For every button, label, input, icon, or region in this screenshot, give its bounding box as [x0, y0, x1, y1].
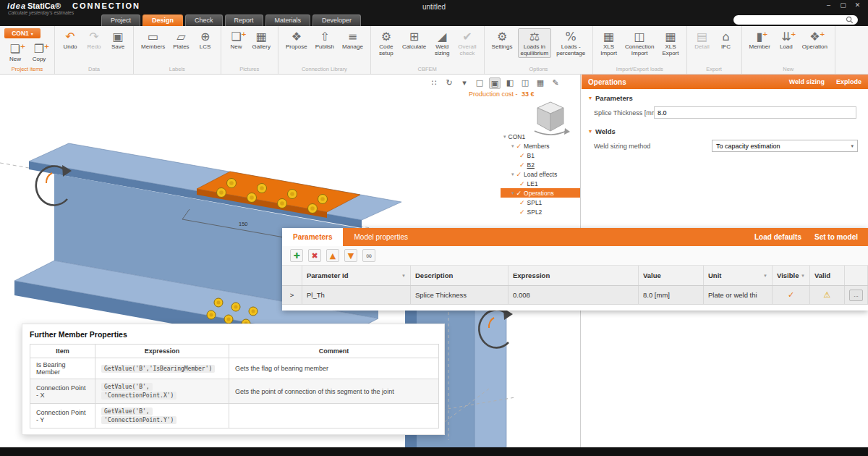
code-setup-button[interactable]: ⚙Code setup [375, 28, 397, 58]
ribbon-group-labels: ▭Members▱Plates⊕LCSLabels [134, 26, 221, 74]
move-up-icon[interactable]: ▲ [326, 249, 339, 262]
filter-icon[interactable]: ▼ [401, 274, 406, 278]
column-header-valid: Valid [810, 266, 845, 285]
members-labels-button[interactable]: ▭Members [138, 28, 168, 51]
new-member-button[interactable]: ▮+Member [746, 28, 773, 51]
settings-icon: ⚙ [497, 30, 507, 43]
redo-label: Redo [87, 43, 101, 50]
new-picture-button[interactable]: ❏+New [226, 28, 247, 51]
tree-item-le1[interactable]: ✓LE1 [501, 179, 581, 188]
redo-button[interactable]: ↷Redo [83, 28, 105, 51]
gallery-label: Gallery [252, 43, 271, 50]
tree-item-b2[interactable]: ✓B2 [501, 160, 581, 169]
settings-button[interactable]: ⚙Settings [489, 28, 516, 51]
delete-parameter-icon[interactable]: ✖ [308, 249, 321, 262]
close-button[interactable]: ✕ [853, 1, 862, 9]
viewport-toolbar: ∷↻▾□▣◧◫▦✎ [428, 77, 561, 89]
loads-percentage-button[interactable]: %Loads - percentage [553, 28, 588, 58]
con1-dropdown[interactable]: CON1▾ [4, 28, 41, 38]
view-dropdown-icon[interactable]: ▾ [459, 77, 470, 89]
gallery-button[interactable]: ▦Gallery [250, 28, 273, 51]
further-properties-table: ItemExpressionComment Is Bearing MemberG… [30, 344, 439, 428]
tree-item-spl2[interactable]: ✓SPL2 [501, 207, 581, 216]
tab-project[interactable]: Project [101, 14, 140, 26]
ifc-export-button[interactable]: ⌂IFC [715, 28, 737, 51]
add-parameter-icon[interactable]: ✚ [290, 249, 303, 262]
filter-icon[interactable]: ▼ [801, 274, 805, 278]
parameters-tab-parameters[interactable]: Parameters [282, 228, 343, 246]
maximize-button[interactable]: ▢ [838, 1, 848, 9]
further-properties-panel: Further Member Properties ItemExpression… [22, 324, 445, 435]
cell-description: Splice Thickness [411, 286, 509, 304]
tab-report[interactable]: Report [225, 14, 263, 26]
weld-sizing-method-select[interactable]: To capacity estimation▾ [712, 140, 858, 152]
operations-panel-title: Operations [588, 78, 778, 86]
set-to-model-button[interactable]: Set to model [814, 233, 858, 241]
orbit-icon[interactable]: ↻ [443, 77, 455, 89]
redo-icon: ↷ [89, 30, 98, 43]
filter-icon[interactable]: ▼ [763, 274, 767, 278]
tab-design[interactable]: Design [142, 14, 183, 26]
annotate-icon[interactable]: ✎ [550, 77, 561, 89]
lcs-labels-icon: ⊕ [200, 30, 210, 43]
tree-item-operations[interactable]: ▾✓Operations [501, 188, 581, 198]
save-button[interactable]: ▣Save [107, 28, 129, 51]
publish-button[interactable]: ⇧Publish [312, 28, 337, 51]
ribbon-group-cbfem: ⚙Code setup⊞Calculate◢Weld sizing✔Overal… [371, 26, 485, 74]
lcs-labels-button[interactable]: ⊕LCS [195, 28, 216, 51]
solid-view-icon[interactable]: ▣ [489, 77, 501, 89]
detail-export-button[interactable]: ▤Detail [692, 28, 713, 51]
explode-header-button[interactable]: Explode [836, 78, 861, 85]
minimize-button[interactable]: – [824, 1, 833, 9]
search-input[interactable] [738, 17, 846, 24]
tree-item-spl1[interactable]: ✓SPL1 [501, 198, 581, 207]
xls-import-button[interactable]: ▦XLS Import [597, 28, 620, 58]
search-box[interactable] [733, 15, 858, 25]
tree-item-load-effects[interactable]: ▾✓Load effects [501, 169, 581, 179]
parameter-row[interactable]: >Pl_ThSplice Thickness0.0088.0 [mm]Plate… [282, 286, 868, 305]
loads-in-equilibrium-button[interactable]: ⚖Loads in equilibrium [518, 28, 552, 58]
overall-check-button[interactable]: ✔Overall check [455, 28, 479, 58]
link-icon[interactable]: ∞ [362, 249, 375, 262]
new-project-item-button[interactable]: ❏+New [4, 41, 26, 64]
fit-view-icon[interactable]: ∷ [428, 77, 440, 89]
propose-label: Propose [286, 43, 307, 50]
splice-thickness-input[interactable] [654, 106, 856, 119]
undo-button[interactable]: ↶Undo [59, 28, 81, 51]
move-down-icon[interactable]: ▼ [344, 249, 357, 262]
propose-button[interactable]: ❖Propose [283, 28, 310, 51]
visible-check-icon[interactable]: ✓ [788, 290, 794, 300]
copy-picture-icon[interactable]: ▦ [535, 77, 546, 89]
tab-materials[interactable]: Materials [265, 14, 311, 26]
calculate-button[interactable]: ⊞Calculate [399, 28, 429, 51]
tree-item-label: CON1 [509, 133, 526, 140]
plus-badge-icon: + [820, 28, 825, 41]
detail-export-icon: ▤ [697, 30, 707, 43]
weld-sizing-button[interactable]: ◢Weld sizing [431, 28, 453, 58]
check-icon: ✓ [519, 180, 525, 187]
row-expander[interactable]: > [282, 286, 302, 304]
members-view-icon[interactable]: ◫ [519, 77, 531, 89]
production-cost-value: 33 € [522, 90, 535, 98]
new-load-button[interactable]: ⇊+Load [775, 28, 797, 51]
copy-project-item-button[interactable]: ❐+Copy [28, 41, 50, 64]
xls-export-button[interactable]: ▦XLS Export [659, 28, 681, 58]
publish-icon: ⇧ [320, 30, 329, 43]
tree-item-members[interactable]: ▾✓Members [501, 141, 581, 151]
parameters-tab-model-properties[interactable]: Model properties [343, 228, 418, 246]
new-operation-button[interactable]: ❖+Operation [799, 28, 830, 51]
plates-labels-button[interactable]: ▱Plates [170, 28, 192, 51]
tree-item-b1[interactable]: ✓B1 [501, 151, 581, 160]
more-button[interactable]: ... [849, 290, 863, 301]
tree-item-con1[interactable]: ▾CON1 [501, 132, 581, 141]
manage-button[interactable]: ≡Manage [339, 28, 366, 51]
tab-developer[interactable]: Developer [312, 14, 361, 26]
load-defaults-button[interactable]: Load defaults [754, 233, 801, 241]
transparent-view-icon[interactable]: ◧ [504, 77, 516, 89]
connection-import-button[interactable]: ◫Connection Import [622, 28, 657, 58]
weld-sizing-label: Weld sizing [435, 43, 449, 56]
weld-sizing-header-button[interactable]: Weld sizing [789, 78, 825, 85]
wireframe-view-icon[interactable]: □ [474, 77, 485, 89]
cell-value: 8.0 [mm] [639, 286, 704, 304]
tab-check[interactable]: Check [185, 14, 223, 26]
